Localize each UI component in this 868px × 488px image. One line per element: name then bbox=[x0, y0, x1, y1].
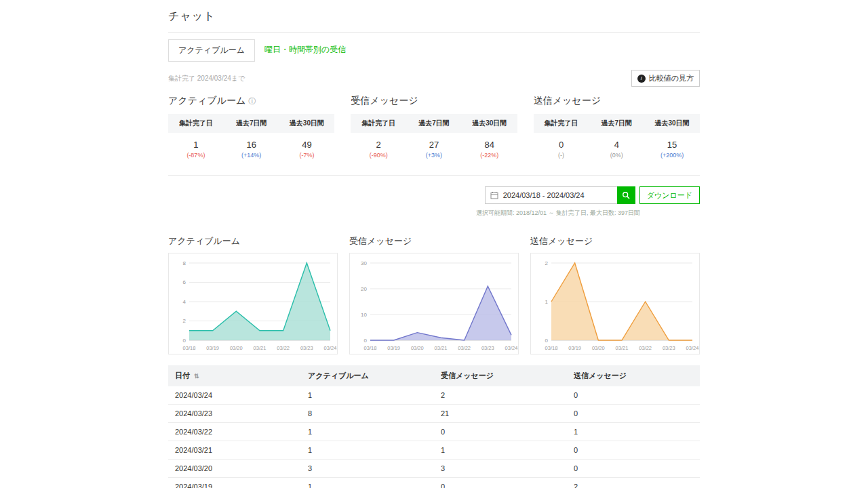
stat-cards-row: アクティブルーム ⓘ 集計完了日 過去7日間 過去30日間 1 (-87%) 1… bbox=[168, 95, 700, 159]
svg-text:1: 1 bbox=[545, 299, 549, 305]
svg-text:6: 6 bbox=[183, 279, 186, 285]
svg-text:03/19: 03/19 bbox=[568, 345, 581, 351]
stat-delta: (+3%) bbox=[406, 152, 462, 159]
stat-col-header: 集計完了日 bbox=[351, 114, 406, 133]
tab-reception-by-time[interactable]: 曜日・時間帯別の受信 bbox=[255, 39, 355, 62]
chart-title: アクティブルーム bbox=[168, 235, 338, 247]
stat-card-headers: 集計完了日 過去7日間 過去30日間 bbox=[534, 114, 700, 133]
svg-text:03/19: 03/19 bbox=[387, 345, 400, 351]
stat-card-received-messages: 受信メッセージ 集計完了日 過去7日間 過去30日間 2 (-90%) 27 (… bbox=[351, 95, 517, 159]
stat-delta: (+200%) bbox=[644, 152, 700, 159]
table-header-label: 日付 bbox=[175, 371, 190, 380]
table-row: 2024/03/20330 bbox=[168, 460, 700, 478]
svg-text:03/18: 03/18 bbox=[364, 345, 377, 351]
search-icon bbox=[622, 191, 631, 200]
info-icon[interactable]: ⓘ bbox=[248, 96, 256, 106]
chat-analytics-page: チャット アクティブルーム 曜日・時間帯別の受信 集計完了 2024/03/24… bbox=[168, 0, 700, 488]
table-header-sent: 送信メッセージ bbox=[567, 365, 700, 386]
svg-text:03/21: 03/21 bbox=[435, 345, 448, 351]
stat-number: 27 bbox=[406, 140, 462, 150]
table-cell: 3 bbox=[434, 460, 567, 478]
svg-text:03/23: 03/23 bbox=[300, 345, 313, 351]
daily-stats-table: 日付 ⇅ アクティブルーム 受信メッセージ 送信メッセージ 2024/03/24… bbox=[168, 365, 700, 488]
svg-text:03/24: 03/24 bbox=[686, 345, 699, 351]
search-button[interactable] bbox=[617, 186, 635, 204]
svg-text:03/22: 03/22 bbox=[639, 345, 652, 351]
table-header-date[interactable]: 日付 ⇅ bbox=[168, 365, 301, 386]
sort-icon: ⇅ bbox=[194, 373, 199, 380]
stat-value: 4 (0%) bbox=[589, 140, 644, 159]
table-row: 2024/03/21110 bbox=[168, 441, 700, 460]
chart-title: 送信メッセージ bbox=[530, 235, 700, 247]
table-cell: 1 bbox=[301, 423, 434, 441]
download-button[interactable]: ダウンロード bbox=[639, 186, 700, 204]
table-row: 2024/03/22101 bbox=[168, 423, 700, 441]
stat-delta: (+14%) bbox=[224, 152, 279, 159]
stat-delta: (-90%) bbox=[351, 152, 406, 159]
section-divider bbox=[168, 175, 700, 176]
stat-delta: (-) bbox=[534, 152, 589, 159]
chart-title: 受信メッセージ bbox=[349, 235, 519, 247]
stat-number: 84 bbox=[462, 140, 517, 150]
stat-number: 16 bbox=[224, 140, 279, 150]
stat-delta: (-87%) bbox=[168, 152, 224, 159]
stat-value: 84 (-22%) bbox=[462, 140, 517, 159]
table-cell: 1 bbox=[301, 441, 434, 460]
table-cell: 2 bbox=[567, 478, 700, 488]
svg-text:03/24: 03/24 bbox=[505, 345, 518, 351]
svg-text:03/24: 03/24 bbox=[324, 345, 337, 351]
calendar-icon[interactable] bbox=[486, 187, 503, 203]
stat-col-header: 過去30日間 bbox=[644, 114, 700, 133]
aggregation-note: 集計完了 2024/03/24まで bbox=[168, 74, 245, 83]
stat-delta: (-7%) bbox=[279, 152, 335, 159]
svg-text:0: 0 bbox=[364, 338, 368, 344]
stat-value: 27 (+3%) bbox=[406, 140, 462, 159]
svg-text:8: 8 bbox=[183, 260, 186, 266]
meta-row: 集計完了 2024/03/24まで i 比較値の見方 bbox=[168, 70, 700, 87]
svg-text:2: 2 bbox=[545, 260, 549, 266]
svg-text:03/21: 03/21 bbox=[254, 345, 267, 351]
stat-col-header: 過去30日間 bbox=[279, 114, 335, 133]
comparison-help-label: 比較値の見方 bbox=[649, 73, 694, 83]
stat-number: 2 bbox=[351, 140, 406, 150]
stat-number: 15 bbox=[644, 140, 700, 150]
table-row: 2024/03/238210 bbox=[168, 405, 700, 423]
svg-text:03/21: 03/21 bbox=[616, 345, 629, 351]
chart-card-sent-messages: 送信メッセージ 01203/1803/1903/2003/2103/2203/2… bbox=[530, 235, 700, 354]
table-cell: 2 bbox=[434, 386, 567, 405]
comparison-help-button[interactable]: i 比較値の見方 bbox=[631, 70, 700, 87]
chart-card-active-rooms: アクティブルーム 0246803/1803/1903/2003/2103/220… bbox=[168, 235, 338, 354]
table-cell: 0 bbox=[434, 423, 567, 441]
stat-card-title-text: アクティブルーム bbox=[168, 95, 245, 107]
stat-card-sent-messages: 送信メッセージ 集計完了日 過去7日間 過去30日間 0 (-) 4 (0%) … bbox=[534, 95, 700, 159]
svg-text:03/23: 03/23 bbox=[481, 345, 494, 351]
table-cell: 0 bbox=[434, 478, 567, 488]
svg-text:03/19: 03/19 bbox=[206, 345, 219, 351]
stat-value: 15 (+200%) bbox=[644, 140, 700, 159]
table-row: 2024/03/19102 bbox=[168, 478, 700, 488]
svg-text:03/20: 03/20 bbox=[230, 345, 243, 351]
stat-card-title: アクティブルーム ⓘ bbox=[168, 95, 334, 107]
stat-number: 0 bbox=[534, 140, 589, 150]
stat-card-values: 1 (-87%) 16 (+14%) 49 (-7%) bbox=[168, 140, 334, 159]
table-cell: 1 bbox=[567, 423, 700, 441]
svg-text:03/18: 03/18 bbox=[183, 345, 196, 351]
table-cell: 1 bbox=[301, 478, 434, 488]
svg-text:0: 0 bbox=[183, 338, 186, 344]
info-filled-icon: i bbox=[637, 75, 646, 83]
date-range-input[interactable] bbox=[503, 187, 617, 203]
table-cell: 0 bbox=[567, 386, 700, 405]
charts-row: アクティブルーム 0246803/1803/1903/2003/2103/220… bbox=[168, 235, 700, 354]
stat-col-header: 過去30日間 bbox=[462, 114, 517, 133]
stat-delta: (0%) bbox=[589, 152, 644, 159]
table-cell: 3 bbox=[301, 460, 434, 478]
svg-text:2: 2 bbox=[183, 318, 186, 324]
stat-value: 0 (-) bbox=[534, 140, 589, 159]
stat-card-values: 2 (-90%) 27 (+3%) 84 (-22%) bbox=[351, 140, 517, 159]
svg-text:0: 0 bbox=[545, 338, 549, 344]
table-cell: 2024/03/22 bbox=[168, 423, 301, 441]
tab-active-rooms[interactable]: アクティブルーム bbox=[168, 39, 255, 62]
svg-text:03/23: 03/23 bbox=[663, 345, 675, 351]
table-header-active-rooms: アクティブルーム bbox=[301, 365, 434, 386]
svg-text:03/20: 03/20 bbox=[592, 345, 605, 351]
